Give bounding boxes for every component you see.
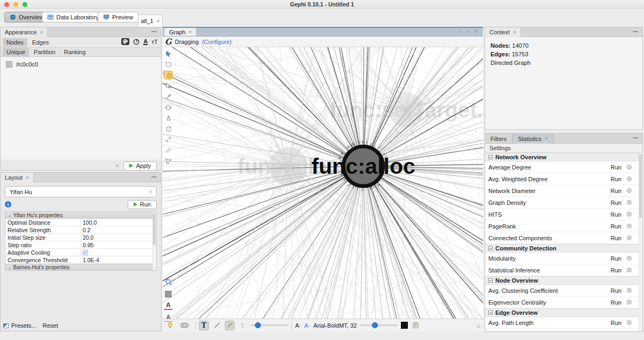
statistic-info-icon[interactable]: [627, 212, 632, 217]
label-font-button[interactable]: Arial-BoldMT, 32: [313, 322, 357, 329]
statistics-section-header[interactable]: Network Overview: [485, 153, 642, 161]
edge-label-toggle-icon[interactable]: T: [238, 321, 247, 330]
statistic-info-icon[interactable]: [627, 268, 632, 272]
run-statistic-button[interactable]: Run: [611, 235, 621, 241]
run-statistic-button[interactable]: Run: [611, 299, 621, 306]
subtab-partition[interactable]: Partition: [30, 48, 59, 56]
label-size-slider-knob[interactable]: [372, 322, 378, 328]
statistic-info-icon[interactable]: [627, 176, 632, 181]
statistic-info-icon[interactable]: [627, 165, 632, 169]
collapse-icon[interactable]: [488, 155, 493, 159]
statistic-info-icon[interactable]: [627, 200, 632, 205]
statistics-tab[interactable]: Statistics ×: [512, 134, 554, 144]
property-value[interactable]: 0.95: [80, 242, 156, 248]
run-statistic-button[interactable]: Run: [611, 255, 621, 262]
direct-selection-tool-icon[interactable]: [164, 49, 173, 58]
subtab-unique[interactable]: Unique: [3, 48, 29, 56]
property-value[interactable]: 20.0: [80, 234, 156, 241]
statistics-section-header[interactable]: Community Detection: [485, 244, 642, 253]
statistics-minimize-icon[interactable]: [633, 137, 638, 138]
unique-color-swatch[interactable]: [6, 61, 12, 68]
show-labels-toggle-icon[interactable]: T: [199, 321, 209, 330]
node-selection-tool-icon[interactable]: [164, 82, 173, 90]
edge-weight-slider[interactable]: [251, 324, 288, 326]
layout-tab[interactable]: Layout ×: [1, 173, 34, 182]
statistics-section-header[interactable]: Node Overview: [485, 276, 642, 285]
center-on-graph-icon[interactable]: [164, 278, 173, 286]
appearance-edges-toggle[interactable]: Edges: [28, 38, 53, 47]
graph-tab-close-icon[interactable]: ×: [189, 29, 192, 35]
sizer-tool-icon[interactable]: [164, 103, 173, 112]
property-value[interactable]: 1.0E-4: [80, 257, 156, 263]
run-statistic-button[interactable]: Run: [611, 199, 621, 206]
graph-canvas[interactable]: func:allocfunc:setTarget.func:alloc: [163, 47, 483, 319]
tab-scroll-arrows[interactable]: ‹ › ˅: [459, 28, 480, 34]
node-label-size-icon[interactable]: A·: [295, 322, 301, 329]
color-mode-icon[interactable]: [121, 38, 129, 45]
statistic-info-icon[interactable]: [627, 188, 632, 193]
statistic-info-icon[interactable]: [627, 224, 632, 228]
run-statistic-button[interactable]: Run: [611, 267, 621, 274]
appearance-tab-close-icon[interactable]: ×: [40, 29, 43, 35]
layout-algorithm-select[interactable]: Yifan Hu ˅: [5, 186, 157, 197]
label-color-swatch[interactable]: [401, 322, 408, 329]
run-statistic-button[interactable]: Run: [611, 176, 621, 182]
statistic-info-icon[interactable]: [627, 320, 632, 325]
screenshot-camera-icon[interactable]: [178, 321, 192, 330]
statistics-settings-button[interactable]: Settings: [485, 144, 642, 153]
appearance-minimize-icon[interactable]: [151, 31, 157, 32]
run-statistic-button[interactable]: Run: [611, 223, 621, 230]
heatmap-tool-icon[interactable]: [164, 114, 173, 122]
layout-info-icon[interactable]: i: [5, 201, 11, 208]
run-statistic-button[interactable]: Run: [611, 287, 621, 294]
shortest-path-tool-icon[interactable]: [164, 157, 173, 165]
barnes-hut-header[interactable]: ⌄ Barnes-Hut's properties: [5, 264, 156, 271]
properties-scrollbar[interactable]: [152, 212, 156, 271]
attributes-settings-icon[interactable]: [411, 321, 421, 330]
workspace-tab-all-1[interactable]: all_1 ×: [138, 14, 163, 27]
collapse-icon[interactable]: [488, 278, 493, 283]
subtab-ranking[interactable]: Ranking: [60, 48, 89, 56]
edge-color-toggle-icon[interactable]: [225, 321, 235, 330]
adaptive-cooling-checkbox[interactable]: ✓: [83, 250, 88, 255]
label-size-slider[interactable]: [360, 324, 398, 326]
layout-tab-close-icon[interactable]: ×: [26, 175, 29, 181]
run-statistic-button[interactable]: Run: [611, 188, 621, 194]
presets-button[interactable]: Presets...: [3, 322, 36, 329]
edge-weight-slider-knob[interactable]: [255, 322, 261, 328]
run-button[interactable]: Run: [128, 200, 157, 209]
rotate-tool-icon[interactable]: [164, 124, 173, 133]
appearance-nodes-toggle[interactable]: Nodes: [3, 38, 27, 47]
painter-tool-icon[interactable]: [164, 92, 173, 101]
edge-label-size-icon[interactable]: A·: [304, 322, 310, 329]
appearance-tab[interactable]: Appearance ×: [1, 27, 48, 37]
configure-link[interactable]: (Configure): [202, 39, 231, 45]
show-node-labels-icon[interactable]: A: [164, 301, 173, 310]
filters-tab[interactable]: Filters: [485, 134, 512, 144]
label-color-mode-icon[interactable]: A: [143, 39, 148, 45]
statistics-tab-close-icon[interactable]: ×: [545, 136, 548, 142]
run-statistic-button[interactable]: Run: [611, 320, 621, 326]
collapse-icon[interactable]: [488, 311, 493, 315]
expand-toolbar-icon[interactable]: ⌂: [477, 322, 480, 329]
context-tab[interactable]: Context ×: [485, 27, 521, 37]
node-pencil-tool-icon[interactable]: [164, 146, 173, 154]
background-color-icon[interactable]: [164, 290, 173, 298]
context-minimize-icon[interactable]: [633, 31, 638, 32]
property-value[interactable]: 100.0: [80, 219, 156, 226]
data-laboratory-button[interactable]: Data Laboratory: [42, 12, 104, 23]
statistic-info-icon[interactable]: [627, 256, 632, 261]
properties-header[interactable]: ⌄ Yifan Hu's properties: [5, 212, 156, 219]
apply-button[interactable]: Apply: [123, 161, 157, 171]
statistics-section-header[interactable]: Edge Overview: [485, 308, 642, 317]
statistic-info-icon[interactable]: [627, 288, 632, 293]
show-edge-labels-icon[interactable]: A: [164, 313, 173, 322]
statistic-info-icon[interactable]: [627, 300, 632, 305]
appearance-options-icon[interactable]: =: [115, 162, 118, 169]
property-value[interactable]: 0.2: [80, 227, 156, 233]
edge-pencil-tool-icon[interactable]: [164, 135, 173, 144]
drag-tool-icon[interactable]: [164, 71, 173, 79]
reset-button[interactable]: Reset: [42, 322, 58, 329]
graph-tab[interactable]: Graph ×: [164, 28, 197, 36]
size-mode-icon[interactable]: [133, 39, 140, 45]
